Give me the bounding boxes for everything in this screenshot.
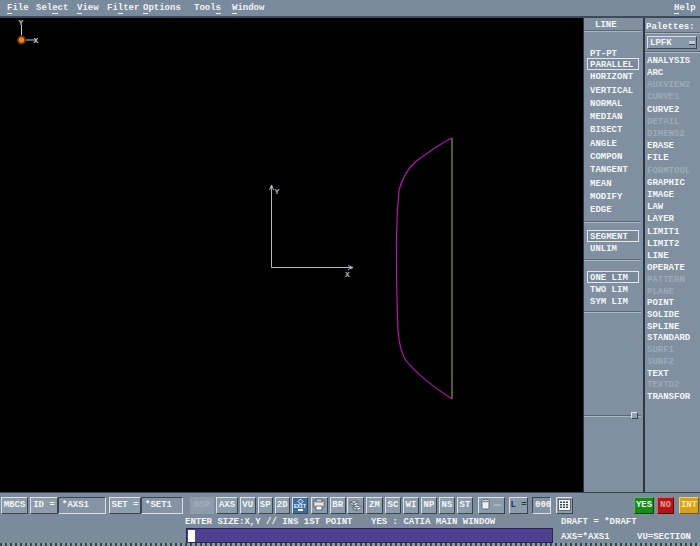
svg-text:X: X (34, 36, 39, 45)
svg-text:Y: Y (19, 18, 24, 27)
svg-text:Y: Y (275, 187, 280, 196)
svg-text:X: X (345, 270, 350, 279)
